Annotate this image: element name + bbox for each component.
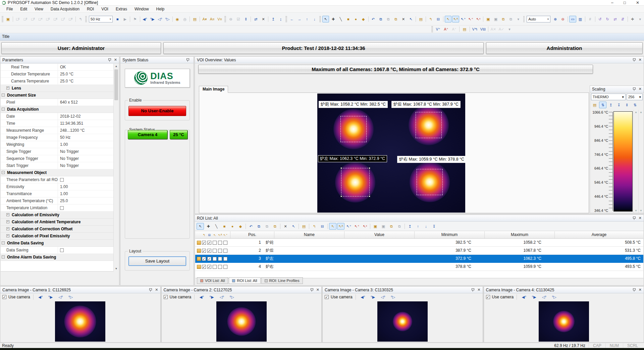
pin-icon[interactable] [186,58,190,62]
data-save-icon[interactable]: ▤ [191,16,198,22]
roi-paste-icon[interactable]: ⧉ [263,223,271,230]
zoom-select[interactable]: Auto▾ [527,16,550,22]
pin-icon[interactable] [471,288,475,292]
fit-width-icon[interactable]: ▭ [569,16,576,22]
roi-mode-select-icon[interactable]: ↖ [329,223,336,230]
status-label-button[interactable]: Camera 4 [128,130,167,139]
roi-move-up-icon[interactable]: ↑ [414,223,422,230]
resize-handle[interactable] [369,167,370,169]
seq-forward-icon[interactable]: ⁰▶ [149,16,156,22]
parameters-scrollbar[interactable]: ▲ ▼ [113,64,119,272]
scaling-max-icon[interactable]: ↥ [607,102,614,108]
col-label-icon[interactable]: ↖ᴬ [217,232,223,238]
voi-save-icon[interactable]: V⊟ [479,26,487,33]
delete-window-icon[interactable]: ✕ [260,16,267,22]
expander-icon[interactable]: − [2,241,5,244]
scaling-min-icon[interactable]: ↧ [615,102,623,108]
parameter-row[interactable]: Transmittance 1.00 [1,190,114,197]
roi-label-checkbox[interactable] [207,257,211,261]
expander-icon[interactable]: + [6,234,9,237]
roi-option2-checkbox[interactable] [218,241,222,245]
parameter-row[interactable]: Image Frequency 50 Hz [1,134,114,141]
roi-open-icon[interactable]: ↰ [311,223,318,230]
parameter-row[interactable]: − Online Data Saving [1,240,114,247]
order-back-icon[interactable]: ▣ [492,16,499,22]
parameter-row[interactable]: + Lens [1,85,114,92]
roi-copy-icon[interactable]: ⧉ [255,223,263,230]
roi-visible-checkbox[interactable] [202,257,206,261]
dock-tab[interactable]: ROI: Line Profiles [261,277,303,284]
record-save-icon[interactable]: ◉ [174,16,181,22]
roi-move-top-icon[interactable]: ↥ [406,223,414,230]
zoom-in-icon[interactable]: ⊕ [552,16,559,22]
close-icon[interactable]: ✕ [639,288,642,292]
pin-icon[interactable] [632,58,636,62]
roi-move-bottom-icon[interactable]: ↧ [430,223,438,230]
roi-order-backward-icon[interactable]: ⧉ [396,223,403,230]
nav-forward-icon[interactable]: → [296,16,303,22]
align-top-icon[interactable]: ↥ [270,16,277,22]
alarm-confirm-icon[interactable]: A✓ [498,26,505,33]
toolbar2-more-icon[interactable]: ▾ [506,26,513,33]
menu-edit[interactable]: Edit [16,6,31,12]
roi-order-back-icon[interactable]: ▣ [380,223,387,230]
focus-rewind-icon[interactable]: ◀⁰ [359,294,367,300]
close-icon[interactable]: ✕ [316,288,319,292]
menu-view[interactable]: View [31,6,47,12]
roi-select-icon[interactable]: ↖ [445,16,452,22]
focus-step-back-icon[interactable]: ◁⁰ [218,294,225,300]
roi-box-furnace-right[interactable] [417,169,443,195]
rotate-right-icon[interactable]: ↻ [604,16,611,22]
col-save-icon[interactable]: ⊟ [207,232,212,238]
roi-label-checkbox[interactable] [207,241,211,245]
focus-rewind-icon[interactable]: ◀⁰ [198,294,205,300]
focus-rewind-icon[interactable]: ◀⁰ [520,294,528,300]
tab-main-image[interactable]: Main Image [199,86,228,93]
paste-icon[interactable]: ⧉ [385,16,392,22]
roi-draw-rect-icon[interactable]: ■ [221,223,228,230]
order-forward-icon[interactable]: ⧉ [500,16,507,22]
scroll-down-icon[interactable]: ▼ [114,266,119,272]
column-minimum[interactable]: Minimum [414,231,484,238]
col-add-icon[interactable]: ↖⁺ [223,232,228,238]
close-icon[interactable]: ✕ [477,288,480,292]
roi-duplicate-icon[interactable]: ⧉ [271,223,279,230]
roi-visible-checkbox[interactable] [202,241,206,245]
use-camera-checkbox[interactable] [2,295,6,299]
draw-polygon-icon[interactable]: ◆ [360,16,367,22]
order-backward-icon[interactable]: ⧉ [507,16,515,22]
roi-box-furnace-back[interactable] [416,112,442,138]
roi-option3-checkbox[interactable] [223,257,227,261]
parameter-row[interactable]: Sequence Trigger No Trigger [1,155,114,162]
parameter-row[interactable]: − Online Alarm Data Saving [1,254,114,261]
save-layout-button[interactable]: Save Layout [128,256,186,266]
open-file-icon[interactable]: ↰ [427,16,434,22]
roi-box-furnace-left-selected[interactable] [341,168,370,196]
menu-roi[interactable]: ROI [83,6,98,12]
focus-step-back-icon[interactable]: ◁⁰ [540,294,548,300]
expander-icon[interactable]: − [2,94,5,97]
parameter-checkbox[interactable] [60,206,64,210]
close-icon[interactable]: ✕ [639,58,642,62]
status-value-button[interactable]: 25 °C [170,130,187,139]
parameter-row[interactable]: Temperature Limitation [1,205,114,212]
view-4-icon[interactable]: □⁴ [37,16,44,22]
scale-scrollbar-max[interactable]: ▲▼ [633,110,638,213]
focus-forward-icon[interactable]: ⁰▶ [369,294,377,300]
pin-icon[interactable] [310,288,314,292]
roi-option1-checkbox[interactable] [213,241,217,245]
load-view-icon[interactable]: ↰ [77,16,84,22]
expander-icon[interactable]: + [6,86,9,90]
roi-new-icon[interactable]: ↖⁺ [345,223,353,230]
expander-icon[interactable]: − [2,171,5,174]
toolbar-grip[interactable] [85,16,87,22]
seq-step-back-icon[interactable]: ◁⁰ [157,16,164,22]
roi-draw-polygon-icon[interactable]: ◆ [237,223,244,230]
parameter-row[interactable]: Measurement Range 248...1200 °C [1,127,114,134]
view-6-icon[interactable]: □⁶ [52,16,59,22]
focus-forward-icon[interactable]: ⁰▶ [47,294,54,300]
expand-rows-icon[interactable]: ⇕ [243,16,250,22]
parameter-row[interactable]: Data Saving [1,247,114,254]
roi-undo-icon[interactable]: ↶ [247,223,255,230]
column-name[interactable]: Name [274,231,344,238]
